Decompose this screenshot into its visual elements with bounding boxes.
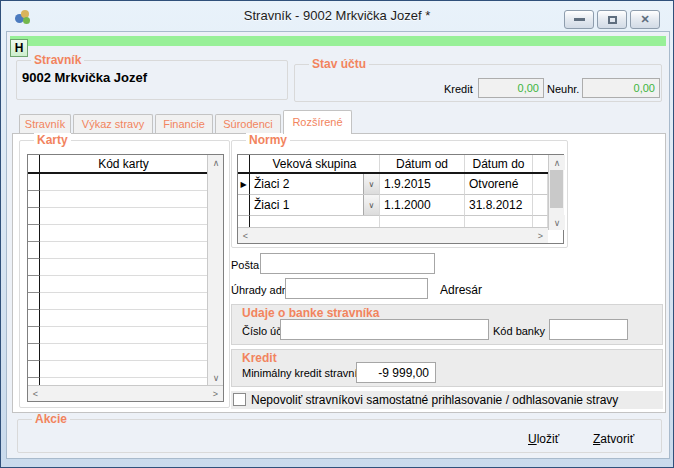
row-selector[interactable]: ▶ (238, 174, 250, 195)
scroll-right-button[interactable]: > (208, 386, 223, 401)
normy-table[interactable]: Veková skupina Dátum od Dátum do ▶ Žiaci… (237, 154, 564, 244)
scroll-up-button[interactable]: ∧ (208, 155, 223, 170)
cislo-uctu-input[interactable] (280, 319, 489, 340)
cell-kod-karty[interactable] (40, 208, 207, 225)
row-selector[interactable] (28, 293, 40, 310)
cell-datum-od[interactable]: 1.1.2000 (380, 195, 465, 216)
table-row[interactable]: Žiaci 1 ∨ 1.1.2000 31.8.2012 (238, 195, 548, 216)
table-row[interactable] (28, 225, 207, 242)
uhrady-adr-input[interactable] (285, 278, 428, 299)
table-row[interactable] (28, 361, 207, 378)
row-selector[interactable] (28, 361, 40, 378)
save-button[interactable]: Uložiť (528, 432, 559, 446)
cell-kod-karty[interactable] (40, 344, 207, 361)
cell-kod-karty[interactable] (40, 276, 207, 293)
min-kredit-field[interactable]: -9 999,00 (356, 362, 436, 383)
row-selector[interactable] (28, 208, 40, 225)
cell-kod-karty[interactable] (40, 327, 207, 344)
scroll-track[interactable] (43, 386, 208, 401)
cell-vekova-skupina[interactable]: Žiaci 1 ∨ (250, 195, 380, 216)
scroll-down-button[interactable]: ∨ (549, 215, 565, 230)
table-row[interactable] (28, 344, 207, 361)
cell-datum-do[interactable]: Otvorené (465, 174, 533, 195)
row-selector[interactable] (28, 191, 40, 208)
karty-table-body[interactable] (28, 174, 207, 385)
cell-vekova-skupina[interactable]: Žiaci 2 ∨ (250, 174, 380, 195)
tab-surodenci[interactable]: Súrodenci (215, 114, 281, 133)
cell-kod-karty[interactable] (40, 361, 207, 378)
table-row[interactable] (28, 259, 207, 276)
row-selector[interactable] (28, 310, 40, 327)
h-button[interactable]: H (10, 39, 28, 57)
nepovolit-checkbox[interactable] (233, 393, 246, 406)
akcie-group-label: Akcie (32, 412, 70, 427)
cell-datum-do[interactable]: 31.8.2012 (465, 195, 533, 216)
tab-vykaz-stravy[interactable]: Výkaz stravy (73, 114, 153, 133)
minimize-button[interactable] (564, 10, 594, 29)
normy-vertical-scrollbar[interactable]: ∧ ∨ (548, 155, 564, 230)
table-row[interactable] (28, 293, 207, 310)
row-selector[interactable] (28, 242, 40, 259)
cell-kod-karty[interactable] (40, 225, 207, 242)
chevron-down-icon: ∨ (369, 180, 375, 189)
karty-vertical-scrollbar[interactable]: ∧ ∨ (207, 155, 223, 385)
table-row[interactable]: ▶ Žiaci 2 ∨ 1.9.2015 Otvorené (238, 174, 548, 195)
tab-rozsirene[interactable]: Rozšírené (283, 110, 352, 134)
cell-kod-karty[interactable] (40, 174, 207, 191)
row-selector[interactable] (28, 344, 40, 361)
table-row[interactable] (28, 276, 207, 293)
tab-financie[interactable]: Financie (155, 114, 213, 133)
cell-kod-karty[interactable] (40, 310, 207, 327)
nepovolit-checkbox-label: Nepovoliť stravníkovi samostatné prihlas… (251, 393, 618, 407)
scroll-left-button[interactable]: < (238, 228, 253, 243)
close-button[interactable]: ✕ (630, 10, 660, 29)
table-row[interactable] (28, 378, 207, 385)
row-selector[interactable] (28, 259, 40, 276)
scroll-down-icon: ∨ (554, 218, 561, 228)
cell-value: Žiaci 1 (254, 198, 289, 212)
dropdown-button[interactable]: ∨ (363, 174, 379, 194)
table-row[interactable] (28, 242, 207, 259)
normy-horizontal-scrollbar[interactable]: < > (238, 227, 548, 243)
dropdown-button[interactable]: ∨ (363, 195, 379, 215)
row-selector[interactable] (28, 378, 40, 385)
scroll-left-button[interactable]: < (28, 386, 43, 401)
close-icon: ✕ (640, 14, 649, 25)
scroll-thumb[interactable] (550, 170, 563, 208)
karty-table[interactable]: Kód karty ∧ ∨ < > (27, 154, 224, 402)
row-selector[interactable] (28, 327, 40, 344)
table-row (238, 216, 548, 227)
table-row[interactable] (28, 174, 207, 191)
scroll-up-button[interactable]: ∧ (549, 155, 565, 170)
scroll-down-button[interactable]: ∨ (208, 370, 223, 385)
karty-horizontal-scrollbar[interactable]: < > (28, 385, 223, 401)
kod-banky-input[interactable] (549, 319, 628, 340)
row-selector[interactable] (28, 225, 40, 242)
normy-group: Normy Veková skupina Dátum od Dátum do ▶ (231, 140, 568, 248)
maximize-button[interactable] (597, 10, 627, 29)
cell-datum-od[interactable]: 1.9.2015 (380, 174, 465, 195)
tab-stravnik[interactable]: Stravník (19, 114, 71, 133)
row-selector[interactable] (28, 174, 40, 191)
table-row[interactable] (28, 191, 207, 208)
min-kredit-label: Minimálny kredit stravníka (242, 367, 369, 379)
titlebar[interactable]: Stravník - 9002 Mrkvička Jozef * ✕ (1, 1, 673, 31)
scroll-track[interactable] (549, 170, 564, 215)
cell-kod-karty[interactable] (40, 191, 207, 208)
cell-kod-karty[interactable] (40, 378, 207, 385)
cell-kod-karty[interactable] (40, 242, 207, 259)
scroll-track[interactable] (208, 170, 223, 370)
cell-kod-karty[interactable] (40, 259, 207, 276)
table-row[interactable] (28, 208, 207, 225)
row-selector[interactable] (238, 195, 250, 216)
table-row[interactable] (28, 310, 207, 327)
posta-input[interactable] (260, 253, 435, 274)
cell-kod-karty[interactable] (40, 293, 207, 310)
scroll-right-button[interactable]: > (533, 228, 548, 243)
scroll-track[interactable] (253, 228, 533, 243)
table-row[interactable] (28, 327, 207, 344)
close-form-button[interactable]: Zatvoriť (593, 432, 634, 446)
kredit-group: Kredit Minimálny kredit stravníka -9 999… (231, 349, 663, 387)
row-selector[interactable] (28, 276, 40, 293)
window-controls: ✕ (564, 10, 660, 29)
